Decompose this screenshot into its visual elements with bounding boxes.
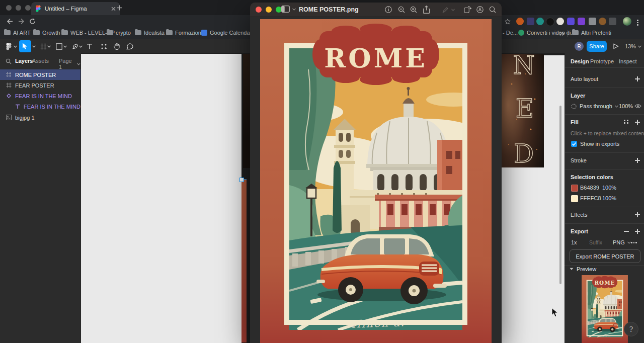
layer-opacity-field[interactable]: 100% [619, 103, 633, 109]
window-zoom-button[interactable] [25, 5, 31, 11]
chevron-down-icon[interactable] [63, 45, 67, 48]
layer-fear-text[interactable]: FEAR IS IN THE MIND [0, 101, 80, 112]
stroke-add-icon[interactable] [635, 158, 640, 163]
info-icon[interactable] [385, 6, 392, 13]
color-hex-1[interactable]: B64839 [580, 185, 599, 191]
preview-section-header[interactable]: Preview [570, 266, 596, 272]
fill-add-icon[interactable] [635, 120, 640, 125]
resources-tool[interactable] [98, 40, 110, 52]
figma-main-menu[interactable] [3, 40, 15, 52]
canvas-rome-frame-edge[interactable] [242, 180, 247, 342]
chevron-down-icon[interactable] [47, 45, 51, 48]
export-format-select[interactable]: PNG [613, 239, 631, 245]
extension-icon-5[interactable] [556, 18, 564, 25]
extension-icon-6[interactable] [567, 18, 575, 25]
fear-poster-fragment[interactable] [502, 54, 544, 167]
export-options-icon[interactable] [631, 242, 637, 243]
profile-avatar[interactable] [623, 17, 631, 26]
extension-icon-7[interactable] [578, 18, 585, 25]
extension-icon-9[interactable] [599, 18, 606, 25]
hand-tool[interactable] [111, 40, 123, 52]
bookmark-growth[interactable]: Growth [33, 30, 60, 36]
fill-styles-icon[interactable] [624, 120, 629, 124]
tab-prototype[interactable]: Prototype [590, 58, 614, 64]
chevron-down-icon[interactable] [79, 45, 83, 48]
preview-minimize-button[interactable] [266, 7, 272, 13]
reload-icon[interactable] [29, 18, 36, 25]
bookmark-idealista[interactable]: Idealista [135, 30, 165, 36]
markup-pencil-icon[interactable] [442, 7, 449, 13]
present-icon[interactable] [613, 43, 619, 49]
rotate-icon[interactable] [464, 6, 471, 13]
zoom-in-icon[interactable] [410, 6, 417, 13]
search-icon[interactable] [489, 6, 496, 13]
color-hex-2[interactable]: FFEFC8 [580, 195, 601, 201]
layer-rome-poster[interactable]: ROME POSTER [0, 69, 80, 80]
canvas-fear-fragment-left[interactable] [243, 54, 250, 168]
window-minimize-button[interactable] [16, 5, 21, 11]
tab-assets[interactable]: Assets [32, 58, 49, 64]
back-icon[interactable] [6, 18, 13, 25]
window-close-button[interactable] [6, 5, 12, 11]
text-tool[interactable] [84, 40, 96, 52]
layer-fear-component[interactable]: FEAR IS IN THE MIND [0, 91, 80, 101]
export-remove-icon[interactable] [624, 231, 629, 232]
search-icon[interactable] [6, 58, 12, 64]
browser-menu-icon[interactable] [637, 20, 638, 26]
bookmark-crypto[interactable]: crypto [107, 30, 131, 36]
blend-mode-select[interactable]: Pass through [580, 103, 618, 109]
export-add-icon[interactable] [635, 229, 640, 234]
move-tool[interactable] [19, 40, 31, 52]
export-suffix-input[interactable]: Suffix [589, 239, 602, 245]
bookmark-converti[interactable]: Converti i video di... [518, 30, 576, 36]
bookmark-de[interactable]: - De... [503, 30, 518, 36]
export-scale-select[interactable]: 1x [571, 239, 577, 245]
auto-layout-add-icon[interactable] [635, 76, 640, 81]
extension-icon-10[interactable] [609, 18, 616, 25]
chevron-down-icon[interactable] [32, 45, 36, 48]
visibility-eye-icon[interactable] [634, 104, 641, 109]
extension-icon-2[interactable] [527, 18, 534, 25]
share-button[interactable]: Share [587, 41, 607, 52]
color-swatch-b64839[interactable] [571, 185, 578, 192]
forward-icon[interactable] [18, 18, 25, 25]
page-selector[interactable]: Page 1 [59, 58, 80, 70]
chevron-down-icon[interactable] [14, 45, 17, 48]
tab-layers[interactable]: Layers [15, 58, 33, 64]
extension-icon-8[interactable] [589, 18, 596, 25]
extension-icon-4[interactable] [546, 18, 554, 26]
preview-sidebar-toggle[interactable] [281, 6, 296, 13]
canvas-scrollbar[interactable] [559, 106, 561, 284]
new-tab-button[interactable] [117, 5, 122, 11]
markup-icon[interactable] [476, 6, 484, 13]
bookmarks-overflow-icon[interactable] [559, 31, 565, 36]
color-opacity-1[interactable]: 100% [602, 185, 616, 191]
chevron-down-icon[interactable] [451, 9, 455, 11]
tab-inspect[interactable]: Inspect [619, 58, 636, 64]
extension-icon-3[interactable] [536, 18, 544, 25]
share-icon[interactable] [423, 6, 430, 14]
preview-window[interactable]: ROME POSTER.png [250, 3, 502, 343]
blend-mode-icon[interactable] [571, 104, 577, 109]
show-in-exports-checkbox[interactable] [571, 141, 577, 147]
browser-tab[interactable]: Untitled – Figma [31, 2, 120, 15]
bookmark-ai-art[interactable]: AI ART [4, 30, 31, 36]
effects-add-icon[interactable] [635, 212, 640, 217]
bookmark-star-icon[interactable] [505, 19, 511, 25]
collaborator-avatar[interactable]: R [575, 42, 584, 51]
preview-titlebar[interactable]: ROME POSTER.png [250, 3, 502, 17]
help-button[interactable]: ? [624, 322, 638, 336]
preview-close-button[interactable] [256, 7, 262, 13]
canvas-frame-white[interactable] [81, 54, 242, 343]
layer-fear-poster[interactable]: FEAR POSTER [0, 80, 80, 91]
color-swatch-ffefc8[interactable] [571, 195, 578, 202]
selection-handle[interactable] [239, 178, 244, 182]
export-rome-poster-button[interactable]: Export ROME POSTER [570, 249, 640, 263]
tab-close-icon[interactable] [111, 7, 116, 11]
comment-tool[interactable] [124, 40, 136, 52]
extension-icon-1[interactable] [516, 18, 524, 25]
layer-bigjpg[interactable]: bigjpg 1 [0, 112, 80, 123]
tab-design[interactable]: Design [571, 58, 589, 64]
bookmark-formazione[interactable]: Formazione [166, 30, 204, 36]
color-opacity-2[interactable]: 100% [602, 195, 616, 201]
